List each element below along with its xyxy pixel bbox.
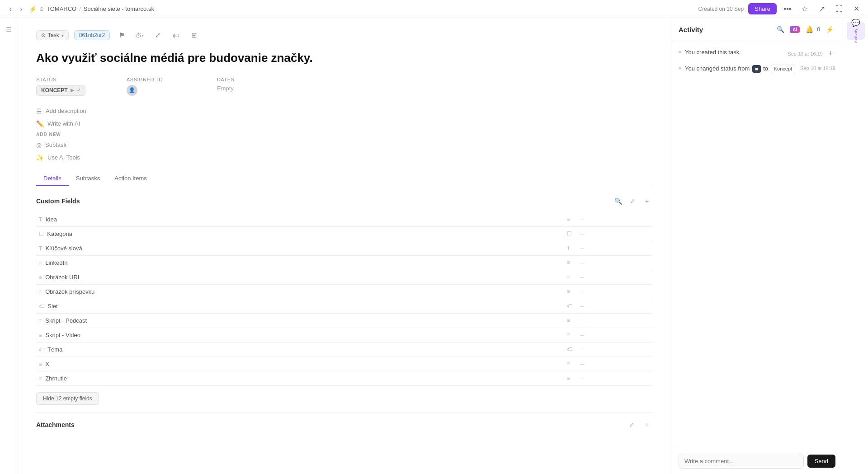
status-value: KONCEPT ▶ ✓ — [36, 85, 127, 96]
zhrnutie-field-icon: ≡ — [39, 375, 42, 382]
status-label: Status — [36, 77, 127, 82]
status-field-group: Status KONCEPT ▶ ✓ — [36, 77, 127, 96]
toggle-sidebar-button[interactable]: ☰ — [3, 23, 15, 36]
status-badge[interactable]: KONCEPT ▶ ✓ — [36, 85, 85, 96]
more-options-button[interactable]: ••• — [781, 3, 794, 15]
status-arrow-icon: ▶ — [71, 88, 74, 93]
status-text: KONCEPT — [41, 87, 68, 94]
tabs: Details Subtasks Action Items — [36, 171, 653, 186]
send-comment-button[interactable]: Send — [807, 455, 835, 468]
activity-sidebar-button[interactable]: 💬 Activity — [847, 22, 865, 40]
kategoria-field-icon: ☐ — [39, 231, 44, 237]
breadcrumb-separator: / — [79, 5, 81, 12]
obrazok-prispevku-field-value[interactable]: – — [578, 284, 653, 299]
ai-badge[interactable]: AI — [790, 26, 800, 33]
field-name-obrazok-prispevku: ≡ Obrázok príspevku — [36, 284, 564, 299]
table-row: ☐ Kategória ☐ – — [36, 226, 653, 241]
task-type-badge[interactable]: ⊙ Task ▾ — [36, 30, 69, 40]
expand-custom-fields-button[interactable]: ⤢ — [627, 195, 638, 207]
obrazok-url-field-value[interactable]: – — [578, 270, 653, 284]
x-field-type-icon: ≡ — [564, 357, 578, 371]
sidebar-toggle: ☰ — [0, 18, 18, 474]
open-external-button[interactable]: ↗ — [816, 3, 828, 15]
add-description-button[interactable]: ☰ Add description — [36, 105, 653, 117]
use-ai-tools-label: Use AI Tools — [47, 154, 80, 161]
subtask-button[interactable]: ◎ Subtask — [36, 139, 653, 151]
time-track-button[interactable]: ⏱ ▾ — [133, 29, 146, 42]
tab-action-items[interactable]: Action Items — [107, 171, 154, 186]
klucove-field-icon: T — [39, 245, 42, 252]
share-button[interactable]: Share — [748, 3, 777, 14]
old-status-pill: ■ — [752, 65, 761, 73]
field-name-idea: T Idea — [36, 212, 564, 227]
tab-details[interactable]: Details — [36, 171, 69, 186]
task-id-badge[interactable]: 861nb2ur2 — [74, 30, 110, 40]
field-name-obrazok-url: ≡ Obrázok URL — [36, 270, 564, 284]
use-ai-tools-button[interactable]: ✨ Use AI Tools — [36, 151, 653, 164]
nav-forward-button[interactable]: › — [16, 4, 26, 14]
fullscreen-button[interactable]: ⛶ — [833, 3, 845, 15]
fields-row: Status KONCEPT ▶ ✓ Assigned to 👤 — [36, 77, 653, 96]
siet-field-value[interactable]: – — [578, 299, 653, 313]
table-row: ≡ Obrázok príspevku ≡ – — [36, 284, 653, 299]
idea-field-value[interactable]: – — [578, 212, 653, 227]
task-type-label: Task — [48, 32, 59, 38]
filter-activity-button[interactable]: ⚡ — [824, 23, 835, 35]
lightning-icon: ⚡ — [29, 5, 37, 13]
idea-field-icon: T — [39, 216, 42, 223]
add-custom-field-button[interactable]: + — [641, 195, 653, 207]
main-layout: ☰ ⊙ Task ▾ 861nb2ur2 ⚑ ⏱ ▾ ⤢ 🏷 ⊞ Ako vyu… — [0, 18, 868, 474]
activity-item-time-0: Sep 10 at 16:19 — [788, 51, 823, 56]
dates-value[interactable]: Empty — [217, 85, 307, 92]
activity-item: You created this task Sep 10 at 16:19 + — [679, 48, 835, 58]
obrazok-url-field-type-icon: ≡ — [564, 270, 578, 284]
status-check-icon: ✓ — [77, 88, 80, 93]
tag-button[interactable]: 🏷 — [170, 29, 182, 42]
task-type-icon: ⊙ — [41, 32, 46, 38]
activity-header-actions: 🔍 AI 🔔 0 ⚡ — [774, 23, 835, 35]
skript-podcast-field-value[interactable]: – — [578, 313, 653, 328]
nav-back-button[interactable]: ‹ — [5, 4, 15, 14]
write-with-ai-button[interactable]: ✏️ Write with AI — [36, 117, 653, 130]
flag-button[interactable]: ⚑ — [115, 29, 128, 42]
breadcrumb-page[interactable]: Sociálne siete - tomarco.sk — [84, 5, 154, 12]
kategoria-field-value[interactable]: – — [578, 226, 653, 241]
subtask-label: Subtask — [45, 141, 66, 148]
right-sidebar: 💬 Activity — [843, 18, 868, 474]
skript-video-field-value[interactable]: – — [578, 328, 653, 342]
table-row: 🏷 Téma 🏷 – — [36, 342, 653, 357]
activity-add-button[interactable]: + — [826, 48, 835, 58]
linkedin-field-value[interactable]: – — [578, 255, 653, 270]
tab-subtasks[interactable]: Subtasks — [69, 171, 107, 186]
assignee-avatar[interactable]: 👤 — [127, 85, 137, 96]
new-status-pill: Koncept — [771, 65, 795, 73]
comment-input[interactable] — [679, 454, 804, 469]
tema-field-value[interactable]: – — [578, 342, 653, 357]
attachments-header: Attachments ⤢ + — [36, 412, 653, 431]
add-attachment-button[interactable]: + — [641, 419, 653, 431]
description-section: ☰ Add description ✏️ Write with AI ADD N… — [36, 105, 653, 164]
breadcrumb-project[interactable]: TOMARCO — [47, 5, 76, 12]
table-row: ≡ X ≡ – — [36, 357, 653, 371]
search-custom-fields-button[interactable]: 🔍 — [612, 195, 624, 207]
zhrnutie-field-value[interactable]: – — [578, 371, 653, 385]
screenshot-button[interactable]: ⊞ — [188, 29, 200, 42]
field-name-siet: 🏷 Sieť — [36, 299, 564, 313]
close-button[interactable]: ✕ — [850, 3, 863, 15]
task-title[interactable]: Ako využiť sociálne médiá pre budovanie … — [36, 51, 653, 66]
activity-item-content: You created this task — [679, 48, 739, 56]
add-description-label: Add description — [46, 108, 86, 114]
hide-empty-fields-button[interactable]: Hide 12 empty fields — [36, 392, 99, 405]
table-row: ≡ LinkedIn ≡ – — [36, 255, 653, 270]
expand-button[interactable]: ⤢ — [151, 29, 164, 42]
search-activity-button[interactable]: 🔍 — [774, 23, 786, 35]
activity-item-text: You created this task — [685, 48, 739, 56]
x-field-value[interactable]: – — [578, 357, 653, 371]
zhrnutie-field-type-icon: ≡ — [564, 371, 578, 385]
x-field-icon: ≡ — [39, 361, 42, 367]
expand-attachments-button[interactable]: ⤢ — [626, 419, 637, 431]
field-name-zhrnutie: ≡ Zhrnutie — [36, 371, 564, 385]
notification-bell-button[interactable]: 🔔 — [803, 23, 815, 35]
star-button[interactable]: ☆ — [798, 3, 811, 15]
klucove-field-value[interactable]: – — [578, 241, 653, 255]
